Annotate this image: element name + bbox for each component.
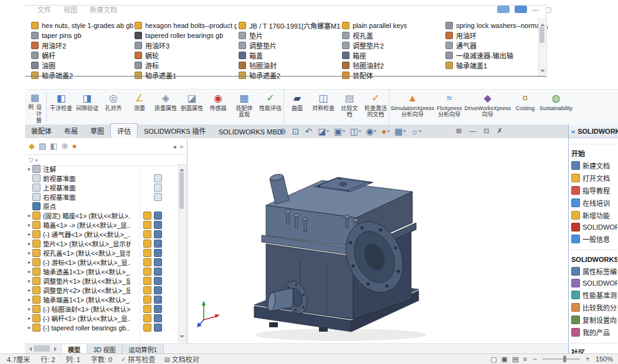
featuremanager-tab[interactable]: ◆ <box>29 141 35 151</box>
feature-tree-item[interactable]: ▸ 调整垫片<1> (默认<<默认>_显... <box>26 276 178 286</box>
feature-tree-item[interactable]: ▸ (-) 毡圈油封<1> (默认<<默认>... <box>26 304 178 314</box>
configurationmanager-tab[interactable]: ◧ <box>50 141 57 151</box>
toolbox-item[interactable]: 游标 <box>135 60 237 70</box>
toolbox-item[interactable]: 调整垫片2 <box>342 40 444 50</box>
ribbon-tool[interactable]: ◫ 对称检查 <box>310 90 336 125</box>
toolbox-item[interactable]: 毡圈油封 <box>239 60 341 70</box>
feature-tree-item[interactable]: ▸ 箱盖<1> -> (默认<<默认>_显... <box>26 220 178 230</box>
zoom-slider-thumb[interactable] <box>563 356 566 362</box>
apply-scene-icon[interactable]: ▦ ▾ <box>394 126 406 136</box>
ribbon-tool[interactable]: ▲ SimulationXpress 分析向导 <box>389 90 435 125</box>
toolbox-item[interactable]: spring lock washers--normal typ... <box>445 21 548 30</box>
feature-tree-item[interactable]: ▸ 注解 <box>26 164 178 174</box>
toolbox-item[interactable]: 箱座 <box>342 50 444 60</box>
feature-tree-item[interactable]: ▸ 轴承端盖1<1> (默认<<默认>_... <box>26 295 178 304</box>
task-pane-row[interactable]: 社区 <box>570 343 617 353</box>
zoom-out-button[interactable]: − <box>533 355 537 363</box>
model-view-tab[interactable]: 模型 <box>62 344 87 354</box>
toolbox-item[interactable]: 蜗轮 <box>135 50 237 60</box>
dimxpertmanager-tab[interactable]: ⊕ <box>62 141 69 151</box>
feature-tree-item[interactable]: 上视基准面 <box>26 183 178 192</box>
ribbon-tool[interactable]: ◍ Sustainability <box>538 90 574 125</box>
expand-arrow-icon[interactable]: ▸ <box>26 166 32 172</box>
ribbon-tool[interactable]: ≈ FloXpress 分析向导 <box>435 90 463 125</box>
feature-tree-item[interactable]: ▸ 轴承透盖1<1> (默认<<默认>_... <box>26 267 178 276</box>
task-pane-row[interactable]: 我的产品 <box>570 326 617 338</box>
zoom-slider[interactable] <box>543 358 580 360</box>
hide-show-items-icon[interactable]: ◉ ▾ <box>366 126 376 136</box>
expand-arrow-icon[interactable]: ▸ <box>26 297 32 302</box>
toolbox-item[interactable]: 轴承端盖2 <box>31 70 133 80</box>
ribbon-tool[interactable]: ◪ 剖面属性 <box>179 90 205 125</box>
zoom-in-button[interactable]: + <box>586 355 590 363</box>
toolbox-item[interactable]: 调整垫片 <box>239 40 341 50</box>
model-view-tab[interactable]: 运动算例1 <box>123 344 164 354</box>
minimize-icon[interactable]: — <box>532 6 539 13</box>
task-pane-row[interactable]: 比较我的分数 <box>570 301 617 314</box>
toolbox-item[interactable]: 蜗杆 <box>31 50 133 60</box>
ribbon-tool[interactable]: ¤ Costing <box>512 90 538 125</box>
toolbox-item[interactable]: 用油环2 <box>31 40 133 50</box>
toolbox-item[interactable]: 通气器 <box>445 40 548 50</box>
task-pane-row[interactable]: 开始 <box>570 144 617 159</box>
edit-appearance-icon[interactable]: ● ▾ <box>381 126 389 136</box>
zoom-area-icon[interactable]: ⊡ <box>292 126 300 136</box>
statusbar-item[interactable]: 行: 2 <box>39 354 55 364</box>
design-study-tool[interactable]: ▦ 设计算例 <box>25 90 45 125</box>
task-pane-row[interactable]: SOLIDWORKS工具 <box>570 250 617 265</box>
toolbox-item[interactable]: hex nuts, style 1-grades ab gb <box>31 21 133 30</box>
zoom-level[interactable]: 150% <box>596 355 613 363</box>
toolbox-item[interactable]: 毡圈油封2 <box>342 60 444 70</box>
task-pane-row[interactable]: 属性标签编制程序 <box>570 265 617 278</box>
toolbox-item[interactable]: JB / T 1760-1991[六角螺塞M10×1... <box>239 21 341 30</box>
feature-tree-item[interactable]: ▸ (-) 通气器<1> (默认<<默认>_... <box>26 230 178 239</box>
ribbon-tool[interactable]: ▤ 比较文 档 <box>336 90 363 125</box>
section-view-icon[interactable]: ◪ ▾ <box>318 126 329 136</box>
gearbox-model[interactable] <box>194 149 456 343</box>
menu-item[interactable]: 视图 <box>64 4 77 14</box>
zoom-fit-icon[interactable]: ⊕ <box>279 126 287 136</box>
task-pane-row[interactable]: 指导教程 <box>570 184 617 197</box>
feature-tree-item[interactable]: ▸ 垫片<1> (默认<<默认>_显示状... <box>26 239 178 248</box>
feature-tree-item[interactable]: ▸ (-) 蜗杆<1> (默认<<默认>_显... <box>26 314 178 323</box>
display-style-icon[interactable]: ◫ ▾ <box>350 126 361 136</box>
commandmanager-tab[interactable]: SOLIDWORKS 插件 <box>138 124 212 138</box>
task-pane-row[interactable]: 新建文档 <box>570 159 617 172</box>
toolbox-item[interactable]: 油圈 <box>31 60 133 70</box>
expand-arrow-icon[interactable]: ▸ <box>26 315 32 321</box>
minimize-doc-icon[interactable]: — <box>469 126 476 135</box>
close-doc-icon[interactable]: ✗ <box>497 126 502 135</box>
commandmanager-tab[interactable]: 装配体 <box>25 124 58 138</box>
commandmanager-tab[interactable]: 布局 <box>58 124 84 138</box>
web-layout-icon[interactable]: ▤ <box>512 355 518 363</box>
ribbon-tool[interactable]: ◧ 干涉检查 <box>48 90 74 125</box>
ribbon-tool[interactable]: ✓ 检查激活 的文档 <box>363 90 389 125</box>
feature-tree-item[interactable]: ▸ (-) 游标<1> (默认<<默认>_显... <box>26 258 178 267</box>
toolbox-item[interactable]: 用油环 <box>445 30 548 40</box>
commandmanager-tab[interactable]: 草图 <box>84 124 110 138</box>
restore-doc-icon[interactable]: ⊡ <box>483 126 489 135</box>
task-pane-row[interactable]: 新增功能 <box>570 209 617 222</box>
expand-arrow-icon[interactable]: ▸ <box>26 278 32 284</box>
toolbox-item[interactable]: 视孔盖 <box>342 30 444 40</box>
toolbox-item[interactable]: taper pins gb <box>31 30 133 40</box>
expand-arrow-icon[interactable]: ▸ <box>26 269 32 274</box>
expand-arrow-icon[interactable]: ▸ <box>26 287 32 293</box>
model-view-tab[interactable]: 3D 视图 <box>87 344 123 354</box>
feature-tree-item[interactable]: ▸ (-) tapered roller bearings gb... <box>26 323 178 332</box>
displaymanager-tab[interactable]: ● <box>72 141 77 151</box>
expand-arrow-icon[interactable]: ▸ <box>26 325 32 330</box>
toolbox-item[interactable]: plain parallel keys <box>342 21 444 30</box>
feature-tree-item[interactable]: 原点 <box>26 202 178 211</box>
app-quick-button-2[interactable] <box>515 6 527 13</box>
ribbon-tool[interactable]: ∠ 测量 <box>126 90 153 125</box>
toolbox-item[interactable]: 箱盖 <box>239 50 341 60</box>
feature-tree-item[interactable]: 右视基准面 <box>26 192 178 202</box>
ribbon-tool[interactable]: ◉ 传感器 <box>205 90 231 125</box>
expand-arrow-icon[interactable]: ▸ <box>26 241 32 246</box>
outline-view-icon[interactable]: ≡ <box>523 355 526 363</box>
toolbox-item[interactable]: 用油环3 <box>135 40 237 50</box>
app-quick-button[interactable] <box>497 6 510 13</box>
toolbox-scrollbar[interactable] <box>538 19 547 77</box>
ribbon-tool[interactable]: ◎ 孔对齐 <box>100 90 126 125</box>
